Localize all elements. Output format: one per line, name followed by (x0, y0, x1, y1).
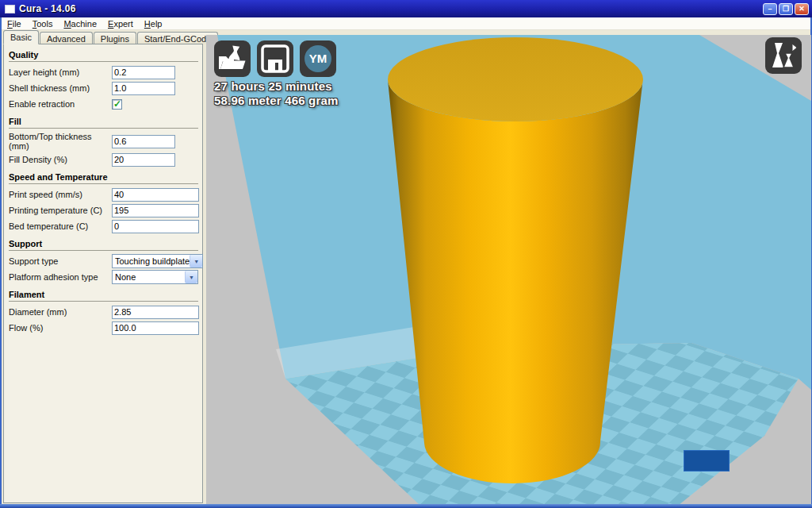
print-stats: 27 hours 25 minutes 58.96 meter 466 gram (214, 79, 339, 108)
cura-window: Cura - 14.06 – ❐ ✕ File Tools Machine Ex… (0, 0, 812, 508)
section-support: Support (9, 238, 198, 251)
save-toolpath-icon[interactable] (257, 40, 293, 77)
enable-retraction-checkbox[interactable] (112, 99, 122, 110)
platform-adhesion-value: None (113, 272, 185, 282)
section-filament: Filament (9, 289, 198, 302)
support-type-label: Support type (9, 256, 112, 266)
print-speed-label: Print speed (mm/s) (9, 190, 112, 199)
flow-label: Flow (%) (9, 323, 112, 333)
maximize-button[interactable]: ❐ (779, 3, 793, 15)
row-shell-thickness: Shell thickness (mm) (9, 81, 198, 95)
youmagine-share-icon[interactable]: YM (300, 40, 336, 77)
row-diameter: Diameter (mm) (9, 305, 198, 319)
layer-height-input[interactable] (112, 66, 175, 79)
row-bottom-top-thickness: Bottom/Top thickness (mm) (9, 132, 198, 151)
row-print-speed: Print speed (mm/s) (9, 187, 198, 202)
print-speed-input[interactable] (112, 188, 199, 202)
window-title: Cura - 14.06 (19, 3, 761, 14)
window-border (0, 504, 812, 508)
row-support-type: Support type Touching buildplate ▼ (9, 254, 198, 268)
app-icon (5, 5, 15, 13)
menu-help[interactable]: Help (139, 18, 168, 29)
row-fill-density: Fill Density (%) (9, 152, 198, 167)
print-time: 27 hours 25 minutes (214, 79, 339, 94)
shell-thickness-input[interactable] (112, 82, 175, 95)
diameter-input[interactable] (112, 306, 199, 319)
fill-density-label: Fill Density (%) (9, 155, 112, 164)
printing-temperature-input[interactable] (112, 204, 199, 217)
bottom-top-thickness-input[interactable] (112, 135, 175, 148)
tab-advanced[interactable]: Advanced (40, 32, 93, 44)
row-printing-temperature: Printing temperature (C) (9, 203, 198, 217)
row-flow: Flow (%) (9, 321, 198, 335)
bed-temperature-label: Bed temperature (C) (9, 221, 112, 231)
view-mode-icon[interactable] (765, 37, 802, 74)
tab-plugins[interactable]: Plugins (94, 32, 136, 44)
diameter-label: Diameter (mm) (9, 307, 112, 317)
support-type-value: Touching buildplate (113, 256, 190, 266)
close-button[interactable]: ✕ (795, 3, 809, 15)
row-bed-temperature: Bed temperature (C) (9, 219, 198, 233)
menu-file[interactable]: File (2, 18, 27, 29)
settings-tabbar: Basic Advanced Plugins Start/End-GCode (3, 30, 219, 44)
menu-tools[interactable]: Tools (27, 18, 59, 29)
section-fill: Fill (9, 116, 198, 129)
chevron-down-icon[interactable]: ▼ (190, 255, 202, 267)
menu-machine[interactable]: Machine (58, 18, 102, 29)
load-model-icon[interactable] (214, 40, 251, 77)
shell-thickness-label: Shell thickness (mm) (9, 83, 112, 93)
row-platform-adhesion: Platform adhesion type None ▼ (9, 270, 198, 284)
fill-density-input[interactable] (112, 153, 175, 167)
section-quality: Quality (9, 49, 198, 62)
row-layer-height: Layer height (mm) (9, 65, 198, 79)
platform-adhesion-label: Platform adhesion type (9, 272, 112, 282)
enable-retraction-label: Enable retraction (9, 99, 112, 109)
platform-adhesion-select[interactable]: None ▼ (112, 270, 198, 284)
chevron-down-icon[interactable]: ▼ (185, 271, 197, 283)
layer-height-label: Layer height (mm) (9, 67, 112, 77)
viewport-toolbar: YM (214, 40, 336, 77)
printing-temperature-label: Printing temperature (C) (9, 206, 112, 215)
tab-basic[interactable]: Basic (3, 30, 39, 44)
bottom-top-thickness-label: Bottom/Top thickness (mm) (9, 132, 112, 151)
svg-text:YM: YM (309, 52, 327, 65)
3d-viewport[interactable]: YM 27 hours 25 minutes 58.96 meter 466 g… (206, 35, 811, 506)
basic-settings-panel: Quality Layer height (mm) Shell thicknes… (3, 44, 203, 503)
minimize-button[interactable]: – (763, 3, 777, 15)
row-enable-retraction: Enable retraction (9, 97, 198, 111)
menu-expert[interactable]: Expert (102, 18, 139, 29)
support-type-select[interactable]: Touching buildplate ▼ (112, 254, 203, 268)
section-speed-temperature: Speed and Temperature (9, 171, 198, 184)
bed-temperature-input[interactable] (112, 220, 199, 233)
print-material: 58.96 meter 466 gram (214, 94, 339, 108)
flow-input[interactable] (112, 321, 199, 335)
title-bar[interactable]: Cura - 14.06 – ❐ ✕ (0, 0, 812, 17)
menu-bar: File Tools Machine Expert Help (2, 17, 810, 30)
